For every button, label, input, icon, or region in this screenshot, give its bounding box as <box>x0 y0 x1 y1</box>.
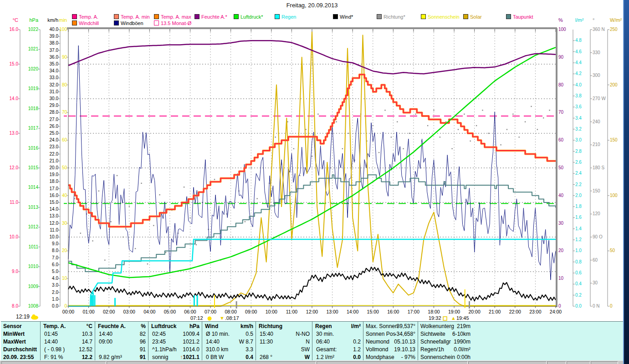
axis-tick-label: 250 <box>610 27 618 32</box>
axis-tick-label: 25.0 <box>50 131 59 136</box>
x-axis-label: 22:00 <box>509 309 521 314</box>
axis-tick-label: 90 O <box>593 234 603 239</box>
axis-tick-label: 0.4 <box>575 281 582 286</box>
table-row: Gesamt:1.2 <box>312 346 363 354</box>
axis-tick-label: 13.0 <box>10 131 19 136</box>
axis-tick-label: 1009 <box>28 284 39 289</box>
x-axis-label: 02:00 <box>103 309 115 314</box>
axis-tick-label: 1.2 <box>575 237 582 242</box>
direction-dot <box>275 136 276 137</box>
axis-tick-label: 40.0 <box>50 27 59 32</box>
axis-tick-label: 240 <box>593 119 600 124</box>
table-row: LuftdruckhPa <box>148 323 202 330</box>
axis-tick-label: 0.8 <box>575 259 582 264</box>
axis-tick-label: 1008 <box>28 303 39 308</box>
table-cell-label: 11:30 <box>260 338 273 346</box>
direction-dot <box>519 136 520 137</box>
table-row: MaxWert <box>2 338 40 346</box>
axis-tick-label: 1.4 <box>575 226 582 231</box>
direction-dot <box>409 133 410 134</box>
axis-tick-label: 37.0 <box>50 48 59 53</box>
table-row: 09:0096 <box>95 338 148 346</box>
table-cell-value: 19.10.13 <box>394 346 415 354</box>
axis-tick-label: 40 <box>558 193 564 198</box>
direction-dot <box>104 260 105 261</box>
x-axis-label: 10:00 <box>266 309 277 314</box>
axis-tick-label: 180 S <box>593 165 604 170</box>
table-cell-label: ^1.1hPa/h <box>152 346 177 354</box>
table-cell-value: l/m² <box>351 323 361 330</box>
table-row: SW <box>256 346 312 354</box>
axis-tick-label: 60 <box>62 137 67 142</box>
axis-tick-label: 1020 <box>28 66 39 71</box>
axis-tick-label: 1015 <box>28 165 39 170</box>
direction-dot <box>153 225 154 226</box>
axis-tick-label: 150 <box>593 188 600 193</box>
app-window: Freitag, 20.09.2013 Temp. A.Temp. A. min… <box>0 0 624 364</box>
direction-dot <box>384 110 385 111</box>
table-row: 15:40N-NO <box>256 330 312 338</box>
axis-tick-label: 300 <box>593 73 600 78</box>
status-bar <box>0 360 624 364</box>
status-bar-segment <box>591 361 618 364</box>
axis-tick-label: 11.0 <box>10 200 18 205</box>
direction-dot <box>482 110 483 111</box>
direction-dot <box>293 148 294 149</box>
table-cell-label: Sichtweite <box>420 330 445 338</box>
axis-tick-label: 1022 <box>28 27 39 32</box>
axis-tick-label: 15.0 <box>50 200 59 205</box>
table-row: Regen/1h0.0l/m² <box>418 346 473 354</box>
axis-tick-label: 1.0 <box>575 248 582 253</box>
axis-tick-label: 150 <box>610 137 618 142</box>
table-cell-label: Max. Sonnen <box>366 323 398 330</box>
x-axis-label: 18:00 <box>428 309 440 314</box>
direction-dot <box>245 221 245 222</box>
table-cell-value: km/h <box>240 323 253 330</box>
table-cell-value: hPa <box>189 323 199 330</box>
axis-tick-label: 0.6 <box>575 270 582 275</box>
axis-tick-label: 2.2 <box>575 182 582 187</box>
table-cell-label: Schneefallgr <box>420 338 451 346</box>
axis-tick-label: 14.0 <box>50 207 59 212</box>
direction-dot <box>458 129 459 130</box>
axis-tick-label: 3.8 <box>575 93 582 98</box>
table-cell-label: Wind <box>205 323 218 330</box>
sensor-table: SensorMinWertMaxWertDurchschnitt20.09. 2… <box>1 321 623 362</box>
axis-tick-label: 5.0 <box>52 269 58 274</box>
axis-tick-label: 1.0 <box>52 297 58 302</box>
table-row: 14:40W 8.7 <box>202 338 256 346</box>
axis-tick-label: 0.0 <box>52 303 58 308</box>
axis-tick-label: 15.0 <box>10 61 19 66</box>
table-row: MinWert <box>2 330 40 338</box>
table-cell-value: 1990m <box>454 338 470 346</box>
direction-dot <box>317 114 318 115</box>
table-row: ( - 0.98 )12.52 <box>41 346 95 354</box>
direction-dot <box>98 191 99 192</box>
table-row: Schneefallgr1990m <box>418 338 473 346</box>
weather-chart: 8.09.010.011.012.013.014.015.016.0°C1008… <box>0 0 629 364</box>
axis-tick-label: 33.0 <box>50 75 59 80</box>
x-axis-label: 21:00 <box>489 309 501 314</box>
axis-tick-label: 0 <box>558 303 561 308</box>
axis-tick-label: 23.0 <box>50 144 59 149</box>
table-cell-label: 15:40 <box>260 330 273 338</box>
table-row: 11:30N <box>256 338 312 346</box>
direction-dot <box>312 156 312 157</box>
axis-header-rain: l/m² <box>575 17 584 23</box>
table-column: Richtung15:40N-NO11:30NSW268 °W <box>256 322 312 362</box>
table-cell-value: 91 <box>140 346 146 354</box>
axis-tick-label: 3.0 <box>575 137 582 142</box>
axis-tick-label: 50 <box>558 165 564 170</box>
axis-tick-label: 6.0 <box>52 262 58 267</box>
direction-dot <box>135 248 136 249</box>
table-cell-label: Regen <box>315 323 332 330</box>
axis-tick-label: 16.0 <box>50 193 59 198</box>
axis-tick-label: 100 <box>610 193 618 198</box>
direction-dot <box>123 237 123 238</box>
direction-dot <box>415 114 416 115</box>
axis-tick-label: 0 <box>64 303 67 308</box>
table-cell-value: N-NO <box>296 330 310 338</box>
direction-dot <box>470 141 471 142</box>
table-cell-label: Richtung <box>259 323 282 330</box>
axis-header-kmh: km/h <box>47 17 58 23</box>
